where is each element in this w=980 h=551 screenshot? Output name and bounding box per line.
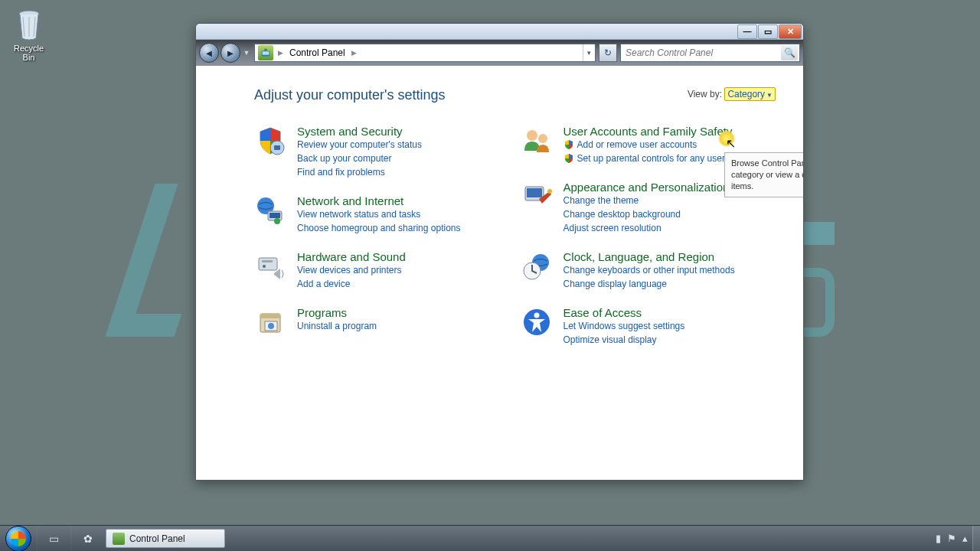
content-area: Adjust your computer's settings View by:…	[196, 66, 803, 480]
tray-flag-icon[interactable]: ⚑	[947, 533, 956, 544]
chevron-right-icon: ▶	[276, 49, 285, 57]
category-link-label: Add or remove user accounts	[577, 138, 697, 152]
wallpaper-deco	[804, 268, 835, 337]
category-item: System and SecurityReview your computer'…	[254, 125, 502, 179]
category-link-label: Let Windows suggest settings	[564, 319, 685, 333]
category-title[interactable]: Hardware and Sound	[297, 250, 406, 263]
svg-point-12	[263, 265, 266, 268]
category-link-label: Change display language	[564, 277, 667, 291]
show-desktop-button[interactable]	[972, 526, 980, 551]
minimize-button[interactable]: —	[737, 24, 757, 39]
category-title[interactable]: Appearance and Personalization	[564, 181, 730, 194]
category-link-label: Uninstall a program	[297, 319, 377, 333]
control-panel-icon	[258, 45, 273, 60]
category-link[interactable]: Uninstall a program	[297, 319, 377, 333]
category-link[interactable]: Find and fix problems	[297, 165, 422, 179]
category-link-label: Change the theme	[564, 194, 639, 207]
view-by-value: Category	[727, 89, 765, 99]
search-icon[interactable]: 🔍	[781, 45, 798, 60]
category-link-label: Add a device	[297, 277, 350, 291]
address-bar[interactable]: ▶ Control Panel ▶ ▾	[254, 44, 596, 62]
category-link[interactable]: View devices and printers	[297, 263, 406, 277]
category-link-label: Set up parental controls for any user	[577, 152, 725, 165]
category-title[interactable]: Clock, Language, and Region	[564, 250, 735, 263]
taskbar-pinned-app[interactable]: ✿	[70, 526, 104, 551]
taskbar-pinned-explorer[interactable]: ▭	[37, 526, 70, 551]
svg-point-21	[547, 189, 552, 194]
start-button[interactable]	[0, 526, 37, 551]
chevron-right-icon: ▶	[350, 49, 358, 57]
nav-back-button[interactable]: ◄	[199, 43, 219, 63]
category-link-label: Review your computer's status	[297, 138, 422, 152]
category-link-label: Adjust screen resolution	[564, 221, 662, 235]
control-panel-icon	[113, 533, 125, 545]
category-link-label: Find and fix problems	[297, 165, 385, 179]
category-column-left: System and SecurityReview your computer'…	[254, 125, 502, 347]
address-dropdown[interactable]: ▾	[583, 44, 595, 61]
search-input[interactable]	[621, 47, 781, 58]
nav-history-dropdown[interactable]: ▼	[242, 46, 251, 60]
category-item: Clock, Language, and RegionChange keyboa…	[521, 250, 769, 291]
address-segment[interactable]: Control Panel	[285, 44, 350, 61]
recycle-bin-label: Recycle Bin	[8, 44, 50, 62]
category-icon	[254, 125, 286, 157]
category-link[interactable]: Change keyboards or other input methods	[564, 263, 735, 277]
svg-rect-8	[270, 213, 280, 218]
control-panel-window: — ▭ ✕ ◄ ► ▼ ▶ Control Panel ▶ ▾ ↻ 🔍 Adju…	[195, 23, 804, 481]
category-link[interactable]: Add a device	[297, 277, 406, 291]
system-tray[interactable]: ▮ ⚑ ▴	[931, 526, 972, 551]
category-link[interactable]: Add or remove user accounts	[564, 138, 733, 152]
windows-orb-icon	[5, 526, 31, 552]
chevron-down-icon: ▼	[766, 92, 773, 99]
taskbar-item-label: Control Panel	[129, 533, 185, 544]
nav-forward-button[interactable]: ►	[220, 43, 240, 63]
category-link[interactable]: Adjust screen resolution	[564, 221, 730, 235]
category-link[interactable]: Review your computer's status	[297, 138, 422, 152]
taskbar-item-control-panel[interactable]: Control Panel	[106, 529, 225, 548]
category-link[interactable]: View network status and tasks	[297, 207, 460, 221]
category-title[interactable]: Programs	[297, 306, 377, 319]
svg-point-18	[538, 134, 547, 143]
category-icon	[254, 306, 286, 338]
category-link[interactable]: Set up parental controls for any user	[564, 152, 733, 165]
category-link[interactable]: Change display language	[564, 277, 735, 291]
shield-icon	[564, 153, 574, 164]
category-link[interactable]: Let Windows suggest settings	[564, 319, 685, 333]
category-icon	[521, 306, 553, 338]
category-title[interactable]: User Accounts and Family Safety	[564, 125, 733, 138]
refresh-button[interactable]: ↻	[599, 44, 617, 62]
category-link[interactable]: Change desktop background	[564, 207, 730, 221]
trash-icon	[15, 8, 43, 41]
category-link[interactable]: Optimize visual display	[564, 333, 685, 347]
category-link[interactable]: Choose homegroup and sharing options	[297, 221, 460, 235]
view-by-control: View by: Category▼	[688, 89, 776, 99]
search-bar[interactable]: 🔍	[620, 44, 800, 62]
tray-chevron-icon[interactable]: ▴	[962, 533, 968, 544]
category-icon	[254, 194, 286, 227]
view-by-dropdown[interactable]: Category▼	[724, 87, 776, 101]
svg-rect-14	[260, 314, 280, 318]
category-title[interactable]: System and Security	[297, 125, 422, 138]
category-title[interactable]: Ease of Access	[564, 306, 685, 319]
svg-rect-11	[262, 260, 273, 262]
category-icon	[521, 181, 553, 213]
category-icon	[254, 250, 286, 282]
maximize-button[interactable]: ▭	[758, 24, 778, 39]
view-by-tooltip: Browse Control Panel items by category o…	[724, 152, 803, 197]
recycle-bin-desktop-icon[interactable]: Recycle Bin	[8, 8, 50, 62]
close-button[interactable]: ✕	[779, 24, 802, 39]
svg-rect-3	[264, 49, 267, 51]
category-item: Hardware and SoundView devices and print…	[254, 250, 502, 291]
tray-battery-icon[interactable]: ▮	[936, 533, 941, 544]
window-titlebar[interactable]: — ▭ ✕	[196, 24, 803, 40]
category-link[interactable]: Change the theme	[564, 194, 730, 207]
category-item: ProgramsUninstall a program	[254, 306, 502, 338]
category-link-label: Back up your computer	[297, 152, 391, 165]
category-item: Network and InternetView network status …	[254, 194, 502, 235]
svg-point-17	[527, 130, 537, 141]
category-item: Ease of AccessLet Windows suggest settin…	[521, 306, 769, 347]
category-title[interactable]: Network and Internet	[297, 194, 460, 207]
svg-rect-10	[259, 258, 277, 270]
category-link-label: Choose homegroup and sharing options	[297, 221, 460, 235]
category-link[interactable]: Back up your computer	[297, 152, 422, 165]
